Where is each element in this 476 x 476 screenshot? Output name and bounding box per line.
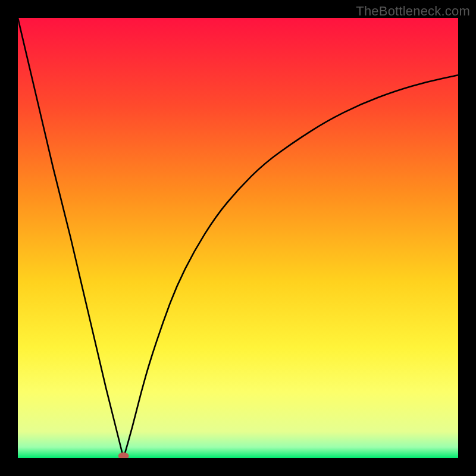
watermark-text: TheBottleneck.com (356, 4, 470, 19)
chart-frame: TheBottleneck.com (0, 0, 476, 476)
gradient-background (18, 18, 458, 458)
chart-svg (18, 18, 458, 458)
plot-area (18, 18, 458, 458)
